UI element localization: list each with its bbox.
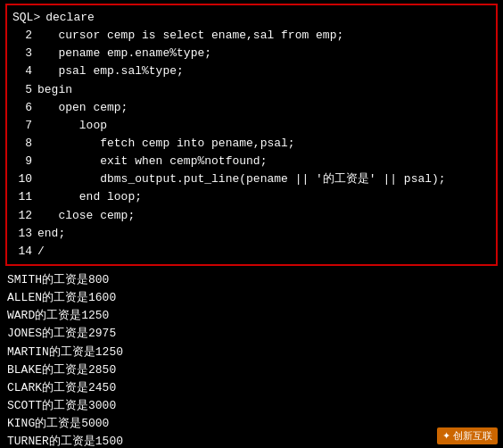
output-row: CLARK的工资是2450: [7, 379, 496, 397]
output-row: WARD的工资是1250: [7, 307, 496, 325]
output-block: SMITH的工资是800ALLEN的工资是1600WARD的工资是1250JON…: [0, 270, 503, 448]
code-line: 13end;: [12, 225, 491, 243]
code-line: 10 dbms_output.put_line(pename || '的工资是'…: [12, 170, 491, 188]
output-row: BLAKE的工资是2850: [7, 361, 496, 379]
code-line: 7 loop: [12, 117, 491, 135]
code-line: 5begin: [12, 81, 491, 99]
code-line: 3 pename emp.ename%type;: [12, 45, 491, 62]
code-line: 8 fetch cemp into pename,psal;: [12, 135, 491, 153]
code-line: 9 exit when cemp%notfound;: [12, 153, 491, 170]
output-row: KING的工资是5000: [7, 415, 496, 433]
code-line: 2 cursor cemp is select ename,sal from e…: [12, 27, 491, 45]
output-row: SMITH的工资是800: [7, 271, 496, 289]
output-row: ALLEN的工资是1600: [7, 289, 496, 307]
code-editor-block: SQL>declare2 cursor cemp is select ename…: [5, 4, 498, 266]
output-row: MARTIN的工资是1250: [7, 344, 496, 361]
output-row: TURNER的工资是1500: [7, 433, 496, 448]
watermark: ✦ 创新互联: [437, 427, 498, 444]
code-line: 6 open cemp;: [12, 99, 491, 117]
code-line: 12 close cemp;: [12, 207, 491, 225]
code-line: 11 end loop;: [12, 188, 491, 206]
code-line: 4 psal emp.sal%type;: [12, 62, 491, 80]
output-row: SCOTT的工资是3000: [7, 397, 496, 415]
code-line: 14/: [12, 243, 491, 261]
code-line: SQL>declare: [12, 9, 491, 27]
output-row: JONES的工资是2975: [7, 325, 496, 343]
